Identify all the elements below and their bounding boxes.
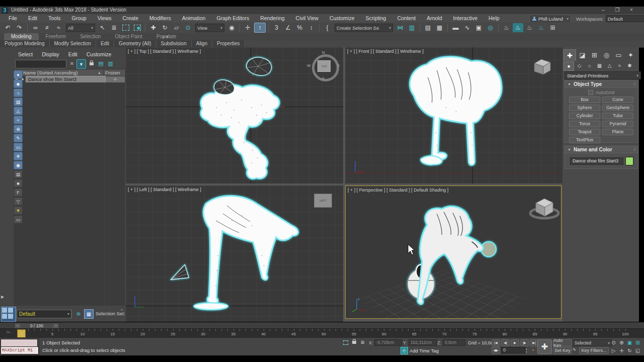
filter-hidden-icon[interactable]: ◉ [14,161,23,169]
ribbon-group-subdivision[interactable]: Subdivision [156,40,192,47]
filter-shapes-icon[interactable]: ◆ [14,79,23,88]
lock-explorer-icon[interactable] [87,59,96,68]
compass-east[interactable]: E [337,63,340,68]
cat-shapes-icon[interactable]: ◇ [575,61,584,70]
ribbon-group-geometry-all[interactable]: Geometry (All) [114,40,156,47]
menu-arnold[interactable]: Arnold [421,14,447,22]
select-and-move-icon[interactable]: ✚ [148,23,158,32]
search-input[interactable] [15,60,66,68]
zoom-extents-button[interactable]: ▣ [626,339,633,346]
compass-west[interactable]: W [307,63,311,68]
maxscript-listener-label[interactable]: MAXScript Mi [1,346,39,354]
current-frame-field[interactable]: 0 [501,347,526,353]
tab-utilities-icon[interactable]: ✦ [625,49,636,60]
object-name-cell[interactable]: Dance shoe film Start3 [26,76,106,83]
menu-help[interactable]: Help [483,14,505,22]
render-presets-icon[interactable]: ⊞ [547,23,558,32]
ribbon-group-polygon-modeling[interactable]: Polygon Modeling [0,40,50,47]
curve-editor-icon[interactable]: ∿ [462,23,472,32]
object-type-rollout-header[interactable]: ▼ Object Type ≡ [565,80,638,88]
viewcube-compass[interactable]: TOP N W E S [309,52,339,81]
viewport-label[interactable]: [ + ] [ Front ] [ Standard ] [ Wireframe… [347,49,424,54]
select-by-name-icon[interactable]: ≣ [109,23,119,32]
primitive-category-dropdown[interactable]: Standard Primitives ▾ [565,71,641,79]
explorer-empty-area[interactable] [14,82,125,319]
selection-filter-dropdown[interactable]: All▾ [66,24,95,32]
schematic-view-icon[interactable]: ▣ [473,23,484,32]
viewport-perspective[interactable]: [ + ] [ Perspective ] [ Standard ] [ Def… [345,186,561,319]
material-editor-icon[interactable]: ◎ [485,23,496,32]
z-coordinate-field[interactable]: 0,0cm [443,339,465,346]
align-icon[interactable]: ▥ [407,23,417,32]
compass-south[interactable]: S [322,76,325,81]
ribbon-group-modify-selection[interactable]: Modify Selection [50,40,96,47]
filter-bones-icon[interactable]: ✎ [14,134,23,142]
object-color-swatch[interactable] [625,157,633,165]
reference-coordinate-dropdown[interactable]: View▾ [195,24,224,32]
time-configuration-icon[interactable]: ◔ [529,347,536,353]
rectangular-selection-region-icon[interactable] [120,23,131,32]
auto-key-button[interactable]: Auto Key [553,339,572,346]
set-key-button[interactable]: Set Key [553,347,572,354]
menu-graph-editors[interactable]: Graph Editors [211,14,255,22]
tab-hierarchy-icon[interactable]: ⊞ [589,49,600,60]
menu-civil-view[interactable]: Civil View [290,14,324,22]
objtype-teapot-button[interactable]: Teapot [569,129,600,135]
menu-tools[interactable]: Tools [43,14,66,22]
objtype-cylinder-button[interactable]: Cylinder [569,113,600,119]
explorer-menu-edit[interactable]: Edit [65,51,80,57]
toggle-layer-explorer-icon[interactable]: ▦ [434,23,445,32]
column-frozen-header[interactable]: Frozen [103,70,125,75]
pan-button[interactable]: ✛ [618,347,625,354]
expand-panel-arrow[interactable]: ▶ [1,295,4,299]
menu-edit[interactable]: Edit [23,14,43,22]
filter-helpers-icon[interactable]: △ [14,107,23,115]
workspace-dropdown[interactable]: Default ▾ [606,15,644,22]
frame-spinner[interactable]: ▲▼ [524,347,528,353]
active-layer-dropdown[interactable]: Default ▾ [17,310,72,318]
set-keys-button[interactable]: ✚ [537,339,552,354]
explorer-menu-customize[interactable]: Customize [84,51,115,57]
keyboard-shortcut-override-icon[interactable]: ↑ [254,23,266,33]
y-coordinate-field[interactable]: 152,312cm [409,339,437,346]
compass-core[interactable]: TOP [317,60,331,72]
x-coordinate-field[interactable]: -5,729cm [374,339,402,346]
display-frozen-icon[interactable]: F [14,188,23,197]
named-selection-sets-dropdown[interactable]: Create Selection Se▾ [335,24,393,32]
user-account-menu[interactable]: Phill Luland ▾ [529,15,571,23]
time-tag-clock-icon[interactable]: ◴ [400,347,408,354]
select-and-manipulate-icon[interactable]: ✛ [243,23,253,32]
restore-button[interactable]: ❐ [612,7,623,14]
scene-explorer-toggle-icon[interactable]: ▦ [84,309,94,319]
objtype-torus-button[interactable]: Torus [569,121,600,127]
more-chevrons-icon[interactable]: » [121,308,123,312]
display-panel-icon[interactable]: ▤ [14,170,23,178]
objtype-pyramid-button[interactable]: Pyramid [602,121,633,127]
objtype-cone-button[interactable]: Cone [602,97,633,103]
tab-motion-icon[interactable]: ◎ [601,49,612,60]
menu-modifiers[interactable]: Modifiers [144,14,177,22]
dancer-left-view[interactable] [126,186,343,322]
isolate-selection-icon[interactable] [342,339,349,345]
objtype-textplus-button[interactable]: TextPlus [569,137,600,143]
filter-space-warps-icon[interactable]: ≈ [14,116,23,124]
menu-rendering[interactable]: Rendering [255,14,290,22]
manage-layers-icon[interactable]: ≋ [74,310,83,318]
dancer-front-view[interactable] [345,47,562,184]
column-name-header[interactable]: Name (Sorted Ascending) [14,70,98,75]
previous-frame-button[interactable]: ◀| [501,339,510,346]
zoom-extents-all-button[interactable]: ⊞ [634,339,641,346]
menu-scripting[interactable]: Scripting [360,14,392,22]
filter-containers-icon[interactable]: ▭ [14,143,23,151]
spinner-snap-icon[interactable]: ↕ [306,23,316,32]
menu-views[interactable]: Views [92,14,117,22]
ribbon-config-icon[interactable]: ◒ ▾ [162,34,168,39]
viewport-top[interactable]: [ + ] [ Top ] [ Standard ] [ Wireframe ]… [126,47,343,184]
add-time-tag-label[interactable]: Add Time Tag [410,348,439,353]
table-row[interactable]: ◉ ● Dance shoe film Start3 ✛ [14,76,125,82]
ribbon-tab-selection[interactable]: Selection [73,33,108,40]
render-in-cloud-icon[interactable]: ♨ [536,23,546,32]
mirror-icon[interactable]: ⋈ [395,23,406,32]
archive-icon[interactable]: ▭ [14,215,23,224]
window-crossing-icon[interactable] [132,23,142,32]
